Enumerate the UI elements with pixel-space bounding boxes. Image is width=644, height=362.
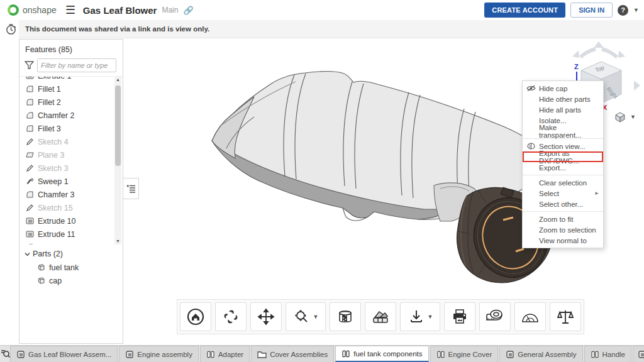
- rotate-view-button[interactable]: [215, 302, 247, 331]
- part-item-fuel-tank[interactable]: fuel tank: [19, 261, 123, 274]
- view-home-button[interactable]: [180, 302, 211, 331]
- scrollbar-thumb[interactable]: [115, 85, 121, 166]
- chevron-down-icon[interactable]: ▼: [313, 314, 319, 320]
- help-icon[interactable]: ?: [618, 5, 628, 16]
- part-studio-icon: [206, 350, 215, 359]
- feature-item-suppressed[interactable]: Plane 3: [19, 148, 123, 162]
- menu-item-hide-cap[interactable]: Hide cap: [523, 83, 603, 94]
- feature-item[interactable]: Fillet 2: [19, 96, 123, 109]
- mass-properties-button[interactable]: [550, 302, 581, 331]
- menu-item-make-transparent[interactable]: Make transparent...: [523, 126, 603, 136]
- history-clock-icon[interactable]: [5, 23, 17, 35]
- feature-item[interactable]: Sweep 1: [19, 175, 123, 188]
- part-icon: [37, 277, 45, 285]
- tab-cover-assemblies[interactable]: Cover Assemblies: [251, 346, 334, 362]
- extrude-icon: [26, 230, 34, 238]
- menu-divider: [523, 211, 603, 212]
- sketch-pencil-icon: [26, 138, 34, 146]
- menu-item-select[interactable]: Select ►: [523, 188, 603, 199]
- menu-item-zoom-to-fit[interactable]: Zoom to fit: [523, 214, 603, 224]
- menu-item-hide-all-parts[interactable]: Hide all parts: [523, 104, 603, 115]
- features-panel: Features (85) Extrude 1 Fillet 1 Fillet …: [19, 39, 123, 344]
- search-icon: [0, 349, 10, 359]
- feature-item[interactable]: Chamfer 3: [19, 188, 123, 201]
- render-style-button[interactable]: [365, 302, 396, 331]
- menu-item-zoom-to-selection[interactable]: Zoom to selection: [523, 224, 603, 235]
- feature-item-suppressed[interactable]: Sketch 15: [19, 201, 123, 214]
- feature-item[interactable]: Fillet 4: [19, 241, 123, 244]
- chamfer-icon: [26, 190, 34, 199]
- chevron-down-icon[interactable]: ▼: [428, 314, 433, 320]
- eye-slash-icon: [526, 85, 536, 92]
- menu-item-export-as-dxf-dwg[interactable]: Export as DXF/DWG...: [523, 151, 603, 162]
- fillet-icon: [26, 124, 34, 133]
- share-link-icon[interactable]: 🔗: [183, 6, 193, 15]
- download-icon: [408, 308, 425, 326]
- sign-in-button[interactable]: SIGN IN: [570, 3, 613, 18]
- scroll-down-arrow[interactable]: ▼: [114, 238, 121, 244]
- section-cylinder-icon: [336, 308, 354, 326]
- panel-collapse-toggle[interactable]: [123, 178, 139, 199]
- balance-scale-icon: [557, 308, 574, 326]
- zoom-view-button[interactable]: ▼: [286, 302, 326, 331]
- fillet-icon: [26, 243, 34, 244]
- tab-engine-cover[interactable]: Engine Cover: [430, 346, 499, 362]
- tab-search-button[interactable]: [0, 346, 10, 362]
- view-orientation-menu-button[interactable]: ▼: [613, 110, 636, 124]
- pan-cross-icon: [257, 308, 275, 326]
- feature-item[interactable]: Chamfer 2: [19, 109, 123, 122]
- filter-funnel-icon[interactable]: [25, 61, 34, 70]
- hamburger-menu-icon[interactable]: ☰: [65, 4, 75, 16]
- zoom-magnifier-icon: [293, 308, 311, 326]
- chevron-down-icon: ▼: [630, 114, 636, 120]
- feature-item[interactable]: Extrude 11: [19, 228, 123, 241]
- feature-item[interactable]: Extrude 1: [19, 76, 123, 82]
- feature-item[interactable]: Extrude 10: [19, 214, 123, 228]
- folder-icon: [257, 350, 267, 358]
- part-studio-icon: [341, 349, 350, 358]
- part-studio-icon: [591, 350, 599, 359]
- export-download-button[interactable]: ▼: [400, 302, 440, 331]
- scroll-up-arrow[interactable]: ▲: [114, 77, 121, 83]
- tab-adapter[interactable]: Adapter: [200, 346, 250, 362]
- sketch-pencil-icon: [26, 164, 34, 172]
- chevron-down-icon: [25, 251, 30, 257]
- assembly-icon: [125, 350, 134, 359]
- pan-view-button[interactable]: [250, 302, 282, 331]
- menu-divider: [523, 175, 603, 175]
- create-account-button[interactable]: CREATE ACCOUNT: [484, 3, 565, 18]
- menu-item-hide-other-parts[interactable]: Hide other parts: [523, 94, 603, 104]
- feature-item[interactable]: Fillet 3: [19, 122, 123, 135]
- document-tab-bar: Gas Leaf Blower Assem... Engine assembly…: [0, 345, 644, 362]
- tab-fuel-tank-components[interactable]: fuel tank components: [335, 346, 428, 362]
- extrude-icon: [26, 217, 34, 225]
- feature-item-suppressed[interactable]: Sketch 3: [19, 162, 123, 175]
- tab-engine-assembly[interactable]: Engine assembly: [119, 346, 199, 362]
- menu-item-view-normal-to[interactable]: View normal to: [523, 235, 603, 246]
- part-item-cap[interactable]: cap: [19, 274, 123, 287]
- parts-section-header[interactable]: Parts (2): [19, 244, 123, 261]
- workspace-label[interactable]: Main: [162, 6, 178, 14]
- feature-item-suppressed[interactable]: Sketch 4: [19, 135, 123, 148]
- feature-filter-input[interactable]: [37, 58, 116, 72]
- print-button[interactable]: [444, 302, 475, 331]
- tab-partial[interactable]: [633, 346, 644, 362]
- features-list: Extrude 1 Fillet 1 Fillet 2 Chamfer 2 Fi…: [19, 76, 123, 244]
- chevron-down-icon[interactable]: ▼: [633, 7, 639, 13]
- tab-general-assembly[interactable]: General Assembly: [499, 346, 582, 362]
- tab-handle[interactable]: Handle: [584, 346, 631, 362]
- features-scrollbar[interactable]: ▲ ▼: [114, 77, 121, 244]
- menu-item-select-other[interactable]: Select other...: [523, 199, 603, 209]
- angle-measure-button[interactable]: [514, 302, 546, 331]
- onshape-logo-icon[interactable]: [8, 4, 19, 16]
- view-only-banner: This document was shared via a link and …: [19, 20, 644, 38]
- tab-gas-leaf-blower-assembly[interactable]: Gas Leaf Blower Assem...: [10, 346, 118, 362]
- feature-item[interactable]: Fillet 1: [19, 82, 123, 96]
- tape-measure-icon: [486, 309, 504, 325]
- menu-item-clear-selection[interactable]: Clear selection: [523, 177, 603, 188]
- part-studio-icon: [436, 350, 445, 359]
- measure-button[interactable]: [479, 302, 511, 331]
- assembly-icon: [506, 350, 514, 359]
- section-view-button[interactable]: [330, 302, 361, 331]
- orbit-arrows-icon: [222, 308, 240, 326]
